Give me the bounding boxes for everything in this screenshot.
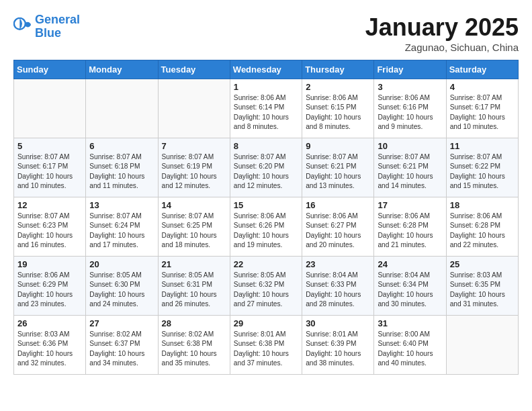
day-number: 30 <box>306 318 370 328</box>
day-info: Sunrise: 8:04 AM Sunset: 6:34 PM Dayligh… <box>378 271 442 309</box>
day-number: 22 <box>234 259 298 269</box>
day-info: Sunrise: 8:06 AM Sunset: 6:16 PM Dayligh… <box>378 93 442 132</box>
day-info: Sunrise: 8:06 AM Sunset: 6:15 PM Dayligh… <box>306 93 370 132</box>
day-number: 23 <box>306 259 370 269</box>
empty-cell <box>86 79 158 138</box>
empty-cell <box>446 316 518 375</box>
day-info: Sunrise: 8:07 AM Sunset: 6:21 PM Dayligh… <box>378 152 442 191</box>
day-number: 9 <box>306 141 370 151</box>
day-info: Sunrise: 8:05 AM Sunset: 6:30 PM Dayligh… <box>89 271 154 309</box>
week-row-4: 19Sunrise: 8:06 AM Sunset: 6:29 PM Dayli… <box>14 257 519 316</box>
day-cell-1: 1Sunrise: 8:06 AM Sunset: 6:14 PM Daylig… <box>230 79 302 138</box>
svg-point-0 <box>14 18 26 30</box>
weekday-header-friday: Friday <box>374 60 446 79</box>
week-row-1: 1Sunrise: 8:06 AM Sunset: 6:14 PM Daylig… <box>14 79 519 138</box>
day-cell-12: 12Sunrise: 8:07 AM Sunset: 6:23 PM Dayli… <box>14 197 86 257</box>
day-info: Sunrise: 8:07 AM Sunset: 6:23 PM Dayligh… <box>17 212 82 250</box>
weekday-header-tuesday: Tuesday <box>158 60 230 79</box>
weekday-header-row: SundayMondayTuesdayWednesdayThursdayFrid… <box>14 60 519 79</box>
week-row-2: 5Sunrise: 8:07 AM Sunset: 6:17 PM Daylig… <box>14 138 519 197</box>
day-info: Sunrise: 8:07 AM Sunset: 6:17 PM Dayligh… <box>450 93 515 132</box>
empty-cell <box>14 79 86 138</box>
day-number: 1 <box>234 82 298 92</box>
day-info: Sunrise: 8:07 AM Sunset: 6:25 PM Dayligh… <box>162 212 226 250</box>
day-number: 6 <box>89 141 154 151</box>
day-number: 20 <box>89 259 154 269</box>
day-info: Sunrise: 8:07 AM Sunset: 6:20 PM Dayligh… <box>234 152 298 191</box>
day-cell-31: 31Sunrise: 8:00 AM Sunset: 6:40 PM Dayli… <box>374 316 446 375</box>
day-cell-29: 29Sunrise: 8:01 AM Sunset: 6:38 PM Dayli… <box>230 316 302 375</box>
day-cell-8: 8Sunrise: 8:07 AM Sunset: 6:20 PM Daylig… <box>230 138 302 197</box>
day-number: 16 <box>306 200 370 210</box>
day-number: 18 <box>450 200 515 210</box>
day-number: 21 <box>162 259 226 269</box>
day-cell-19: 19Sunrise: 8:06 AM Sunset: 6:29 PM Dayli… <box>14 257 86 316</box>
logo: General Blue <box>13 13 80 40</box>
day-cell-15: 15Sunrise: 8:06 AM Sunset: 6:26 PM Dayli… <box>230 197 302 257</box>
weekday-header-thursday: Thursday <box>302 60 374 79</box>
day-info: Sunrise: 8:03 AM Sunset: 6:35 PM Dayligh… <box>450 271 515 309</box>
logo-text: General Blue <box>35 13 80 40</box>
day-info: Sunrise: 8:07 AM Sunset: 6:24 PM Dayligh… <box>89 212 154 250</box>
day-info: Sunrise: 8:06 AM Sunset: 6:28 PM Dayligh… <box>378 212 442 250</box>
week-row-3: 12Sunrise: 8:07 AM Sunset: 6:23 PM Dayli… <box>14 197 519 257</box>
day-info: Sunrise: 8:04 AM Sunset: 6:33 PM Dayligh… <box>306 271 370 309</box>
logo-icon <box>13 17 32 36</box>
day-number: 28 <box>162 318 226 328</box>
day-info: Sunrise: 8:07 AM Sunset: 6:22 PM Dayligh… <box>450 152 515 191</box>
day-info: Sunrise: 8:06 AM Sunset: 6:29 PM Dayligh… <box>17 271 82 309</box>
day-info: Sunrise: 8:05 AM Sunset: 6:32 PM Dayligh… <box>234 271 298 309</box>
day-cell-6: 6Sunrise: 8:07 AM Sunset: 6:18 PM Daylig… <box>86 138 158 197</box>
day-cell-28: 28Sunrise: 8:02 AM Sunset: 6:38 PM Dayli… <box>158 316 230 375</box>
day-number: 25 <box>450 259 515 269</box>
day-info: Sunrise: 8:06 AM Sunset: 6:28 PM Dayligh… <box>450 212 515 250</box>
day-number: 14 <box>162 200 226 210</box>
weekday-header-monday: Monday <box>86 60 158 79</box>
day-number: 4 <box>450 82 515 92</box>
day-info: Sunrise: 8:02 AM Sunset: 6:37 PM Dayligh… <box>89 330 154 368</box>
calendar-table: SundayMondayTuesdayWednesdayThursdayFrid… <box>13 60 519 375</box>
day-cell-20: 20Sunrise: 8:05 AM Sunset: 6:30 PM Dayli… <box>86 257 158 316</box>
day-number: 8 <box>234 141 298 151</box>
day-cell-30: 30Sunrise: 8:01 AM Sunset: 6:39 PM Dayli… <box>302 316 374 375</box>
day-number: 7 <box>162 141 226 151</box>
day-cell-14: 14Sunrise: 8:07 AM Sunset: 6:25 PM Dayli… <box>158 197 230 257</box>
day-info: Sunrise: 8:06 AM Sunset: 6:14 PM Dayligh… <box>234 93 298 132</box>
day-number: 10 <box>378 141 442 151</box>
day-info: Sunrise: 8:00 AM Sunset: 6:40 PM Dayligh… <box>378 330 442 368</box>
day-number: 19 <box>17 259 82 269</box>
day-info: Sunrise: 8:07 AM Sunset: 6:18 PM Dayligh… <box>89 152 154 191</box>
day-cell-22: 22Sunrise: 8:05 AM Sunset: 6:32 PM Dayli… <box>230 257 302 316</box>
day-number: 3 <box>378 82 442 92</box>
day-cell-10: 10Sunrise: 8:07 AM Sunset: 6:21 PM Dayli… <box>374 138 446 197</box>
day-cell-17: 17Sunrise: 8:06 AM Sunset: 6:28 PM Dayli… <box>374 197 446 257</box>
day-cell-11: 11Sunrise: 8:07 AM Sunset: 6:22 PM Dayli… <box>446 138 518 197</box>
day-number: 13 <box>89 200 154 210</box>
weekday-header-saturday: Saturday <box>446 60 518 79</box>
day-number: 27 <box>89 318 154 328</box>
day-number: 11 <box>450 141 515 151</box>
day-cell-25: 25Sunrise: 8:03 AM Sunset: 6:35 PM Dayli… <box>446 257 518 316</box>
day-cell-27: 27Sunrise: 8:02 AM Sunset: 6:37 PM Dayli… <box>86 316 158 375</box>
day-info: Sunrise: 8:01 AM Sunset: 6:38 PM Dayligh… <box>234 330 298 368</box>
location-subtitle: Zagunao, Sichuan, China <box>365 42 519 53</box>
day-info: Sunrise: 8:07 AM Sunset: 6:19 PM Dayligh… <box>162 152 226 191</box>
weekday-header-wednesday: Wednesday <box>230 60 302 79</box>
day-cell-26: 26Sunrise: 8:03 AM Sunset: 6:36 PM Dayli… <box>14 316 86 375</box>
title-block: January 2025 Zagunao, Sichuan, China <box>365 13 519 53</box>
month-title: January 2025 <box>365 13 519 42</box>
day-info: Sunrise: 8:07 AM Sunset: 6:17 PM Dayligh… <box>17 152 82 191</box>
day-cell-5: 5Sunrise: 8:07 AM Sunset: 6:17 PM Daylig… <box>14 138 86 197</box>
day-info: Sunrise: 8:06 AM Sunset: 6:27 PM Dayligh… <box>306 212 370 250</box>
day-info: Sunrise: 8:02 AM Sunset: 6:38 PM Dayligh… <box>162 330 226 368</box>
day-info: Sunrise: 8:07 AM Sunset: 6:21 PM Dayligh… <box>306 152 370 191</box>
day-cell-13: 13Sunrise: 8:07 AM Sunset: 6:24 PM Dayli… <box>86 197 158 257</box>
day-number: 26 <box>17 318 82 328</box>
day-number: 2 <box>306 82 370 92</box>
day-number: 12 <box>17 200 82 210</box>
day-info: Sunrise: 8:05 AM Sunset: 6:31 PM Dayligh… <box>162 271 226 309</box>
day-number: 15 <box>234 200 298 210</box>
day-info: Sunrise: 8:01 AM Sunset: 6:39 PM Dayligh… <box>306 330 370 368</box>
day-cell-2: 2Sunrise: 8:06 AM Sunset: 6:15 PM Daylig… <box>302 79 374 138</box>
day-cell-18: 18Sunrise: 8:06 AM Sunset: 6:28 PM Dayli… <box>446 197 518 257</box>
